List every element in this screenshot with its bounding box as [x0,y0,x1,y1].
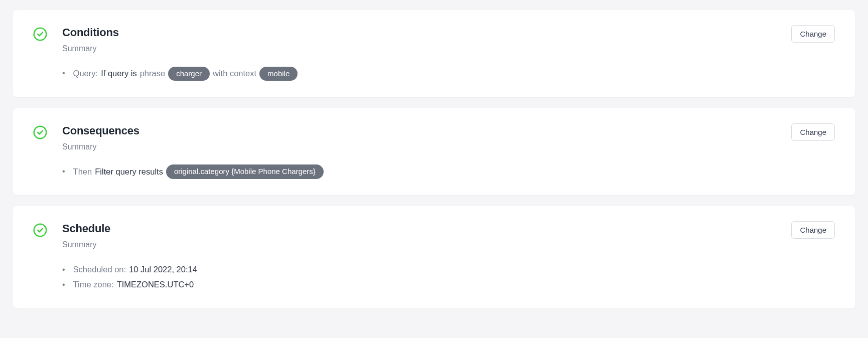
consequences-title: Consequences [62,124,835,137]
timezone-line: Time zone: TIMEZONES.UTC+0 [62,277,835,292]
checkmark-circle-icon [33,125,47,139]
then-text: Then [73,164,92,180]
scheduled-on-label: Scheduled on: [73,262,126,277]
conditions-body: Conditions Summary Query: If query is ph… [62,26,835,81]
conditions-detail-list: Query: If query is phrase charger with c… [62,66,835,81]
conditions-card: Conditions Summary Query: If query is ph… [13,10,855,97]
schedule-body: Schedule Summary Scheduled on: 10 Jul 20… [62,222,835,292]
summary-label: Summary [62,240,835,249]
action-text: Filter query results [95,164,163,180]
consequences-line: Then Filter query results original.categ… [62,164,835,180]
conditions-title: Conditions [62,26,835,39]
query-label: Query: [73,66,98,81]
pill-category-filter: original.category {Mobile Phone Chargers… [166,164,324,179]
consequences-body: Consequences Summary Then Filter query r… [62,124,835,180]
pill-mobile: mobile [259,67,298,81]
with-context-text: with context [213,66,256,81]
checkmark-circle-icon [33,27,47,41]
phrase-text: phrase [140,66,165,81]
summary-label: Summary [62,44,835,53]
consequences-detail-list: Then Filter query results original.categ… [62,164,835,180]
scheduled-on-value: 10 Jul 2022, 20:14 [129,262,197,277]
summary-label: Summary [62,142,835,151]
change-button[interactable]: Change [791,221,835,239]
scheduled-on-line: Scheduled on: 10 Jul 2022, 20:14 [62,262,835,277]
checkmark-circle-icon [33,223,47,237]
if-query-is-text: If query is [101,66,137,81]
conditions-query-line: Query: If query is phrase charger with c… [62,66,835,81]
schedule-card: Schedule Summary Scheduled on: 10 Jul 20… [13,206,855,308]
schedule-title: Schedule [62,222,835,235]
timezone-value: TIMEZONES.UTC+0 [117,277,194,292]
timezone-label: Time zone: [73,277,114,292]
change-button[interactable]: Change [791,25,835,43]
change-button[interactable]: Change [791,123,835,141]
consequences-card: Consequences Summary Then Filter query r… [13,108,855,196]
schedule-detail-list: Scheduled on: 10 Jul 2022, 20:14 Time zo… [62,262,835,292]
pill-charger: charger [168,67,210,81]
